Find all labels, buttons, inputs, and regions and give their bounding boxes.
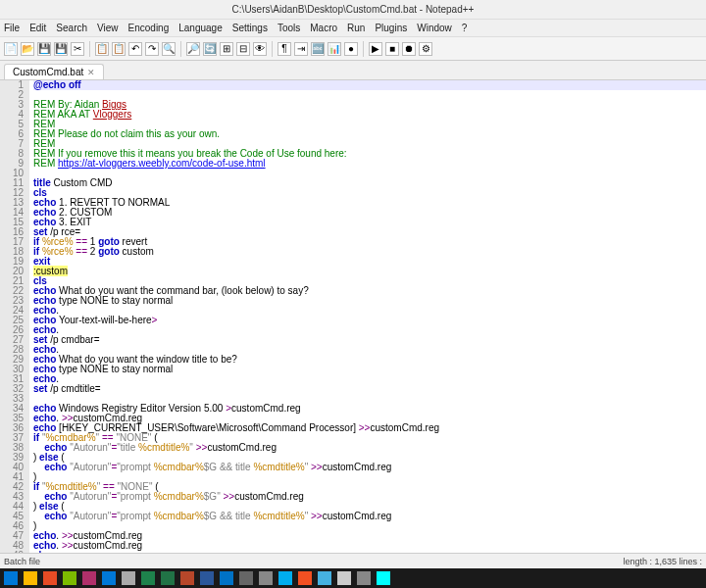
toolbar-btn-3[interactable]: 💾 [54, 42, 68, 56]
taskbar-app-18[interactable] [357, 571, 371, 585]
toolbar-btn-6[interactable]: 📋 [112, 42, 126, 56]
toolbar-btn-18[interactable]: 📊 [328, 42, 341, 56]
code-line[interactable]: @echo off [33, 80, 706, 90]
taskbar-app-13[interactable] [259, 571, 273, 585]
code-line[interactable]: REM https://at-vloggers.weebly.com/code-… [33, 159, 706, 169]
toolbar-btn-2[interactable]: 💾 [37, 42, 51, 56]
taskbar-app-14[interactable] [278, 571, 292, 585]
code-line[interactable] [33, 90, 706, 100]
code-area[interactable]: @echo offREM By: Aidan BiggsREM AKA AT V… [29, 80, 706, 568]
menu-?[interactable]: ? [462, 23, 468, 33]
toolbar-btn-14[interactable]: 👁 [253, 42, 267, 56]
code-line[interactable]: echo Your-text-will-be-here> [33, 316, 706, 325]
status-language: Batch file [4, 557, 40, 566]
toolbar-btn-8[interactable]: ↷ [145, 42, 159, 56]
menu-tools[interactable]: Tools [277, 23, 300, 33]
toolbar-btn-1[interactable]: 📂 [21, 42, 34, 56]
toolbar-btn-4[interactable]: ✂ [71, 42, 84, 56]
code-line[interactable]: echo "Autorun"="prompt %cmdbar%$G" >>cus… [33, 492, 706, 502]
toolbar-btn-12[interactable]: ⊞ [220, 42, 233, 56]
menu-macro[interactable]: Macro [310, 23, 337, 33]
taskbar-app-16[interactable] [318, 571, 331, 585]
tab-label: CustomCmd.bat [13, 67, 83, 77]
toolbar-btn-17[interactable]: 🔤 [311, 42, 325, 56]
line-number-gutter: 1234567891011121314151617181920212223242… [0, 80, 29, 568]
code-line[interactable]: echo type NONE to stay normal [33, 296, 706, 306]
code-line[interactable]: title Custom CMD [33, 178, 706, 188]
code-line[interactable]: echo 1. REVERT TO NORMAL [33, 198, 706, 208]
code-line[interactable]: echo "Autorun"="prompt %cmdbar%$G && tit… [33, 463, 706, 472]
code-line[interactable]: REM Please do not claim this as your own… [33, 129, 706, 139]
taskbar-app-17[interactable] [337, 571, 351, 585]
toolbar-btn-9[interactable]: 🔍 [162, 42, 176, 56]
code-line[interactable]: echo. [33, 374, 706, 384]
code-line[interactable] [33, 169, 706, 178]
taskbar-app-8[interactable] [161, 571, 175, 585]
code-line[interactable]: exit [33, 257, 706, 267]
taskbar-app-2[interactable] [43, 571, 57, 585]
editor: 1234567891011121314151617181920212223242… [0, 80, 706, 568]
toolbar-btn-19[interactable]: ● [344, 42, 358, 56]
toolbar-btn-7[interactable]: ↶ [128, 42, 142, 56]
taskbar [0, 568, 706, 588]
code-line[interactable]: echo "Autorun"="title %cmdtitle%" >>cust… [33, 443, 706, 453]
toolbar-btn-21[interactable]: ■ [385, 42, 399, 56]
code-line[interactable]: :custom [33, 267, 706, 276]
tab-customcmd[interactable]: CustomCmd.bat ✕ [4, 64, 104, 79]
toolbar-btn-13[interactable]: ⊟ [236, 42, 250, 56]
code-line[interactable]: echo. [33, 325, 706, 335]
taskbar-app-10[interactable] [200, 571, 214, 585]
toolbar-btn-22[interactable]: ⏺ [402, 42, 416, 56]
code-line[interactable]: REM By: Aidan Biggs [33, 100, 706, 110]
menu-settings[interactable]: Settings [232, 23, 268, 33]
taskbar-app-9[interactable] [180, 571, 194, 585]
taskbar-app-15[interactable] [298, 571, 312, 585]
code-line[interactable]: echo 2. CUSTOM [33, 208, 706, 218]
menu-plugins[interactable]: Plugins [375, 23, 407, 33]
toolbar: 📄📂💾💾✂📋📋↶↷🔍🔎🔄⊞⊟👁¶⇥🔤📊●▶■⏺⚙ [0, 37, 706, 61]
close-icon[interactable]: ✕ [87, 68, 95, 77]
toolbar-btn-0[interactable]: 📄 [4, 42, 18, 56]
menu-bar: FileEditSearchViewEncodingLanguageSettin… [0, 20, 706, 37]
code-line[interactable]: REM AKA AT Vloggers [33, 110, 706, 120]
toolbar-btn-15[interactable]: ¶ [277, 42, 291, 56]
code-line[interactable]: set /p cmdbar= [33, 335, 706, 345]
code-line[interactable]: echo 3. EXIT [33, 218, 706, 227]
menu-language[interactable]: Language [178, 23, 223, 33]
code-line[interactable]: echo "Autorun"="prompt %cmdbar%$G && tit… [33, 512, 706, 521]
code-line[interactable]: echo. >>customCmd.reg [33, 541, 706, 551]
toolbar-btn-5[interactable]: 📋 [95, 42, 109, 56]
toolbar-btn-11[interactable]: 🔄 [203, 42, 217, 56]
taskbar-app-3[interactable] [63, 571, 76, 585]
taskbar-app-5[interactable] [102, 571, 116, 585]
toolbar-btn-23[interactable]: ⚙ [419, 42, 432, 56]
menu-window[interactable]: Window [417, 23, 452, 33]
code-line[interactable]: set /p cmdtitle= [33, 384, 706, 394]
window-title-bar: C:\Users\AidanB\Desktop\CustomCmd.bat - … [0, 0, 706, 20]
taskbar-app-7[interactable] [141, 571, 155, 585]
window-title: C:\Users\AidanB\Desktop\CustomCmd.bat - … [232, 4, 475, 15]
toolbar-btn-16[interactable]: ⇥ [294, 42, 308, 56]
code-line[interactable]: if %rce% == 2 goto custom [33, 247, 706, 257]
status-bar: Batch file length : 1,635 lines : [0, 553, 706, 568]
taskbar-app-0[interactable] [4, 571, 18, 585]
menu-encoding[interactable]: Encoding [128, 23, 170, 33]
taskbar-app-4[interactable] [82, 571, 96, 585]
menu-run[interactable]: Run [347, 23, 365, 33]
taskbar-app-12[interactable] [239, 571, 253, 585]
taskbar-app-19[interactable] [377, 571, 390, 585]
status-length: length : 1,635 lines : [623, 557, 702, 566]
taskbar-app-6[interactable] [122, 571, 135, 585]
menu-view[interactable]: View [97, 23, 119, 33]
menu-edit[interactable]: Edit [29, 23, 46, 33]
toolbar-btn-10[interactable]: 🔎 [186, 42, 200, 56]
code-line[interactable]: echo type NONE to stay normal [33, 365, 706, 374]
menu-file[interactable]: File [4, 23, 20, 33]
toolbar-btn-20[interactable]: ▶ [369, 42, 382, 56]
tab-strip: CustomCmd.bat ✕ [0, 61, 706, 80]
taskbar-app-1[interactable] [24, 571, 37, 585]
menu-search[interactable]: Search [56, 23, 87, 33]
taskbar-app-11[interactable] [220, 571, 233, 585]
